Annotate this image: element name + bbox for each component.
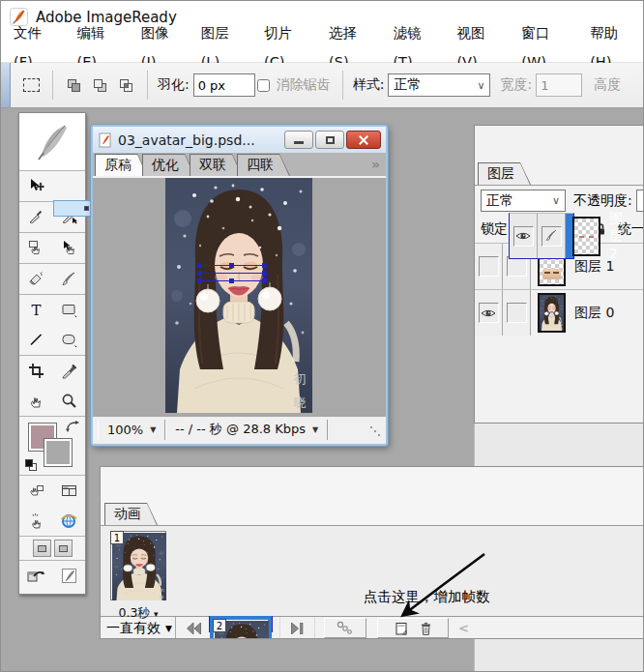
layer-row-0[interactable]: 初 晓 图层 0 — [475, 289, 644, 336]
tween-button[interactable] — [324, 618, 366, 638]
frame-thumbnail[interactable]: 2 初 晓 — [213, 619, 269, 639]
svg-text:初: 初 — [561, 324, 563, 326]
layer-name[interactable]: 图层 0 — [574, 305, 614, 322]
fullscreen-mode-button[interactable] — [54, 540, 73, 557]
swap-colors-icon[interactable] — [66, 421, 79, 433]
selection-rectangle[interactable] — [199, 265, 265, 281]
tab-optimized[interactable]: 优化 — [142, 154, 195, 176]
layer-thumbnail[interactable]: 初 晓 — [538, 293, 566, 333]
frame-thumbnail[interactable]: 1 初 晓 — [110, 531, 166, 600]
move-tool[interactable] — [19, 171, 52, 201]
visibility-toggle-empty[interactable] — [479, 256, 499, 277]
edit-indicator-empty[interactable] — [507, 256, 527, 277]
layers-palette: 图层 正常 ∨ 不透明度: 锁定: 统一 — [474, 125, 644, 424]
paintbrush-tool[interactable] — [52, 264, 85, 294]
antialias-checkbox[interactable] — [257, 79, 270, 92]
delete-frame-button[interactable] — [419, 621, 433, 636]
eraser-tool[interactable] — [19, 264, 52, 294]
toggle-slices-visibility[interactable] — [52, 476, 85, 506]
zoom-level-dropdown[interactable]: 100% ▼ — [98, 420, 165, 440]
selection-mode-subtract-button[interactable] — [87, 73, 113, 99]
feather-label: 羽化: — [158, 76, 190, 94]
toggle-image-maps-visibility[interactable] — [19, 476, 52, 506]
canvas-area[interactable]: 初 晓 — [93, 178, 386, 416]
lock-label: 锁定: — [481, 220, 512, 238]
image-map-select-tool[interactable] — [52, 233, 85, 263]
restore-button[interactable] — [315, 131, 344, 149]
tab-original[interactable]: 原稿 — [95, 154, 148, 176]
tab-layers[interactable]: 图层 — [478, 162, 531, 185]
minimize-button[interactable] — [284, 131, 313, 149]
type-tool[interactable]: T — [19, 295, 52, 325]
first-frame-button[interactable] — [176, 617, 211, 639]
layer-row-2-selected[interactable]: 图层 2 — [509, 213, 574, 259]
rectangle-shape-tool[interactable] — [52, 295, 85, 325]
new-frame-button[interactable] — [394, 621, 409, 636]
animation-palette-header[interactable] — [101, 467, 644, 502]
animation-frame-1[interactable]: 1 初 晓 — [106, 529, 170, 624]
jump-to-photoshop-button[interactable] — [19, 561, 52, 591]
feather-input[interactable] — [193, 73, 255, 97]
preview-document-rollover-button[interactable] — [19, 506, 52, 536]
slice-tool[interactable] — [19, 202, 52, 232]
preview-in-browser-button[interactable] — [52, 506, 85, 536]
intersect-selection-icon — [119, 78, 133, 93]
tab-overflow-icon[interactable]: » — [371, 157, 378, 172]
dropdown-arrow-icon: ▼ — [165, 624, 172, 633]
close-button[interactable] — [346, 131, 381, 149]
layer-thumbnail[interactable] — [572, 217, 600, 256]
move-icon — [28, 178, 44, 194]
background-color-swatch[interactable] — [44, 438, 73, 467]
visibility-toggle-on[interactable] — [513, 226, 534, 247]
tab-animation[interactable]: 动画 — [104, 503, 158, 525]
eyedropper-icon — [61, 363, 77, 379]
line-tool[interactable] — [19, 325, 52, 355]
image-map-visibility-icon — [28, 482, 44, 499]
fullscreen-with-menu-mode-button[interactable] — [33, 540, 51, 557]
selection-mode-add-button[interactable] — [61, 73, 87, 99]
next-frame-button[interactable] — [280, 617, 315, 639]
tab-4up[interactable]: 四联 — [237, 154, 290, 176]
svg-text:晓: 晓 — [294, 395, 307, 410]
image-map-tool[interactable] — [19, 233, 52, 263]
style-dropdown[interactable]: 正常 ∨ — [388, 73, 490, 97]
layer-name[interactable]: 图层 2 — [609, 211, 623, 261]
edit-cell[interactable] — [538, 214, 566, 258]
document-view-tabs: 原稿 优化 双联 四联 » — [93, 153, 386, 178]
zoom-tool[interactable] — [52, 386, 85, 416]
blend-mode-value: 正常 — [486, 192, 513, 210]
eye-icon — [515, 230, 531, 242]
visibility-toggle-on[interactable] — [479, 303, 499, 323]
edit-cell[interactable] — [503, 290, 531, 336]
resize-grip[interactable] — [378, 434, 380, 436]
palette-well-handle[interactable] — [1, 63, 11, 108]
visibility-cell[interactable] — [475, 290, 503, 336]
edit-indicator-empty[interactable] — [507, 303, 527, 323]
frame-duration-dropdown[interactable]: 0.3秒 ▾ — [106, 604, 170, 624]
screen-mode-icon — [84, 206, 89, 211]
rectangle-icon — [61, 302, 77, 318]
crop-tool[interactable] — [19, 356, 52, 386]
rounded-rectangle-tool[interactable] — [52, 325, 85, 355]
scroll-left-icon[interactable]: < — [458, 617, 469, 639]
crop-icon — [28, 363, 44, 379]
animation-frame-2-selected[interactable]: 2 初 晓 — [209, 616, 273, 632]
rollover-preview-icon — [28, 512, 44, 529]
eyedropper-tool[interactable] — [52, 356, 85, 386]
trash-icon — [419, 621, 433, 636]
opacity-field[interactable] — [636, 190, 644, 212]
default-colors-icon[interactable] — [25, 459, 37, 471]
document-title-bar[interactable]: 03_avatar_big.psd... — [93, 127, 386, 153]
blend-mode-dropdown[interactable]: 正常 ∨ — [481, 190, 566, 212]
new-frame-icon — [394, 621, 409, 636]
hand-tool[interactable] — [19, 386, 52, 416]
status-info-dropdown[interactable]: -- / -- 秒 @ 28.8 Kbps ▼ — [165, 420, 328, 440]
visibility-cell[interactable] — [475, 244, 503, 289]
visibility-cell[interactable] — [510, 214, 538, 258]
tab-2up[interactable]: 双联 — [190, 154, 243, 176]
eye-icon — [481, 307, 496, 319]
edit-in-photoshop-icon[interactable] — [52, 561, 85, 591]
selection-mode-intersect-button[interactable] — [113, 73, 139, 99]
layers-palette-header[interactable] — [475, 126, 644, 161]
edit-indicator-brush[interactable] — [542, 226, 562, 247]
